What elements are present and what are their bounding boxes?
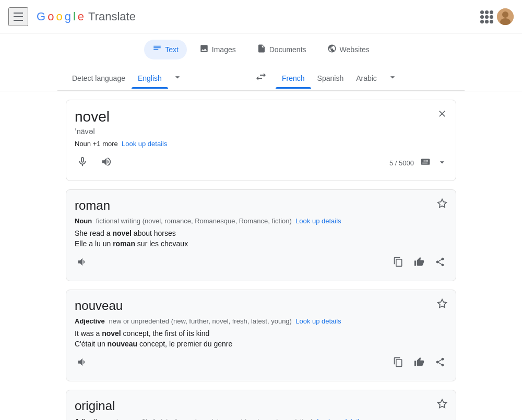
thumbs-btn-1[interactable] [412,355,426,372]
translation-word-1: nouveau [75,298,123,313]
tab-websites-label: Websites [340,45,370,54]
example-fr-0: Elle a lu un roman sur les chevaux [75,239,447,248]
char-count-text: 5 / 5000 [389,159,414,167]
star-btn-2[interactable] [437,399,447,412]
tab-images-label: Images [212,45,236,54]
language-bar: Detect language English French Spanish A… [57,66,465,91]
main-content: novel ˈnävəl Noun +1 more Look up detail… [57,91,465,420]
tab-images[interactable]: Images [191,40,244,59]
tab-documents-label: Documents [269,45,306,54]
source-english-btn[interactable]: English [132,68,168,89]
more-options-icon[interactable] [437,157,447,169]
pos-2: Adjective [75,417,105,420]
target-arabic-btn[interactable]: Arabic [350,68,383,89]
input-word: novel [75,109,167,125]
synonyms-0: fictional writing (novel, romance, Roman… [96,217,292,225]
input-phonetic: ˈnävəl [75,127,167,136]
target-french-btn[interactable]: French [276,68,311,89]
websites-icon [327,44,337,55]
mic-btn[interactable] [75,154,90,172]
input-box: novel ˈnävəl Noun +1 more Look up detail… [66,100,456,181]
pos-0: Noun [75,217,92,225]
header-left: Google Translate [8,7,136,26]
star-btn-1[interactable] [437,298,447,311]
example-fr-1: C'était un nouveau concept, le premier d… [75,340,447,348]
clear-input-btn[interactable] [437,109,447,122]
translation-card-2: original Adjective unique quality (origi… [66,390,456,420]
tab-text[interactable]: Text [144,40,187,59]
copy-btn-1[interactable] [391,355,406,372]
app-name: Translate [88,10,136,23]
word-more-count: +1 more [93,140,118,148]
text-icon [152,44,162,55]
card-actions-1 [75,354,447,373]
lookup-link-2[interactable]: Look up details [317,417,362,420]
apps-button[interactable] [480,10,493,23]
target-lang-section: French Spanish Arabic [276,66,456,90]
header-right [480,8,514,25]
source-lang-more-btn[interactable] [168,66,187,90]
lookup-link-0[interactable]: Look up details [295,217,341,225]
tab-text-label: Text [165,45,179,54]
target-spanish-btn[interactable]: Spanish [311,68,350,89]
star-btn-0[interactable] [437,198,447,211]
pos-1: Adjective [75,317,105,325]
detect-language-btn[interactable]: Detect language [66,68,132,89]
app-logo: Google Translate [37,10,136,23]
images-icon [199,44,209,55]
target-lang-more-btn[interactable] [383,66,402,90]
translation-card-0: roman Noun fictional writing (novel, rom… [66,189,456,281]
share-btn-1[interactable] [433,355,447,372]
account-avatar[interactable] [497,8,514,25]
trans-meta-2: Adjective unique quality (original, nove… [75,417,447,420]
translation-word-0: roman [75,198,110,213]
svg-point-1 [502,11,508,18]
play-btn-0[interactable] [75,254,90,272]
synonyms-2: unique quality (original, novel, quaint,… [109,417,313,420]
speaker-btn[interactable] [99,154,114,172]
lookup-link-1[interactable]: Look up details [295,317,341,325]
example-en-1: It was a novel concept, the first of its… [75,329,447,338]
documents-icon [257,44,266,55]
card-action-btns-1 [391,355,447,372]
copy-btn-0[interactable] [391,255,406,272]
menu-button[interactable] [8,7,28,26]
source-lang-section: Detect language English [66,66,246,90]
word-pos: Noun [75,140,91,148]
swap-languages-btn[interactable] [251,66,271,90]
input-actions: 5 / 5000 [75,154,447,172]
thumbs-btn-0[interactable] [412,255,426,272]
word-type-row: Noun +1 more Look up details [75,140,167,148]
example-en-0: She read a novel about horses [75,229,447,237]
translation-card-1: nouveau Adjective new or unpredented (ne… [66,290,456,381]
share-btn-0[interactable] [433,255,447,272]
keyboard-btn[interactable] [418,154,433,172]
trans-meta-0: Noun fictional writing (novel, romance, … [75,217,447,225]
translation-word-2: original [75,399,115,413]
card-action-btns-0 [391,255,447,272]
lookup-link[interactable]: Look up details [122,140,167,148]
synonyms-1: new or unpredented (new, further, novel,… [109,317,292,325]
play-btn-1[interactable] [75,354,90,373]
tab-websites[interactable]: Websites [319,40,378,59]
app-header: Google Translate [0,0,522,33]
svg-marker-5 [438,400,447,408]
trans-meta-1: Adjective new or unpredented (new, furth… [75,317,447,325]
svg-marker-4 [438,299,447,308]
char-count: 5 / 5000 [389,154,447,172]
mode-tabs: Text Images Documents Websites [0,33,522,66]
card-actions-0 [75,254,447,272]
input-audio-actions [75,154,114,172]
svg-marker-3 [438,199,447,208]
tab-documents[interactable]: Documents [248,40,315,59]
